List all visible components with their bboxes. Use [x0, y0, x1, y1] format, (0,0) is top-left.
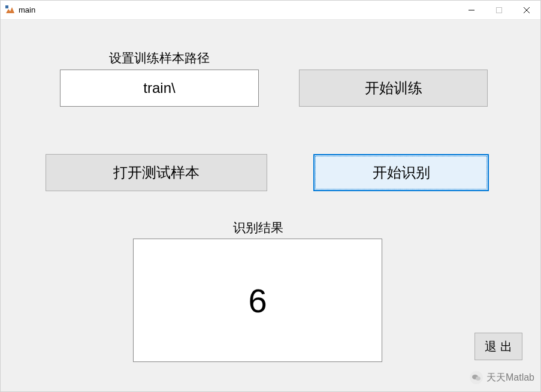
window-title: main — [19, 5, 458, 14]
wechat-icon — [470, 371, 483, 384]
titlebar: main — [1, 1, 540, 20]
result-display: 6 — [133, 239, 382, 362]
start-recognize-button[interactable]: 开始识别 — [313, 154, 489, 191]
train-path-input[interactable] — [60, 70, 259, 107]
maximize-button — [485, 1, 513, 19]
close-button[interactable] — [513, 1, 540, 19]
exit-button[interactable]: 退 出 — [474, 333, 522, 360]
svg-rect-3 — [497, 7, 502, 13]
app-icon — [5, 5, 15, 15]
result-value: 6 — [248, 281, 267, 320]
svg-rect-1 — [5, 5, 8, 8]
watermark: 天天Matlab — [470, 371, 534, 384]
watermark-text: 天天Matlab — [486, 372, 534, 384]
open-test-sample-button[interactable]: 打开测试样本 — [46, 154, 267, 191]
result-label: 识别结果 — [228, 219, 288, 236]
svg-point-7 — [476, 376, 480, 380]
minimize-button[interactable] — [458, 1, 485, 19]
window-controls — [458, 1, 540, 19]
train-path-label: 设置训练样本路径 — [99, 50, 219, 67]
start-train-button[interactable]: 开始训练 — [299, 70, 488, 107]
main-window: main 设置训练样本路径 开始训练 打开测试样本 开始识别 识别结果 6 退 … — [0, 0, 541, 392]
client-area: 设置训练样本路径 开始训练 打开测试样本 开始识别 识别结果 6 退 出 天天M… — [1, 20, 540, 391]
